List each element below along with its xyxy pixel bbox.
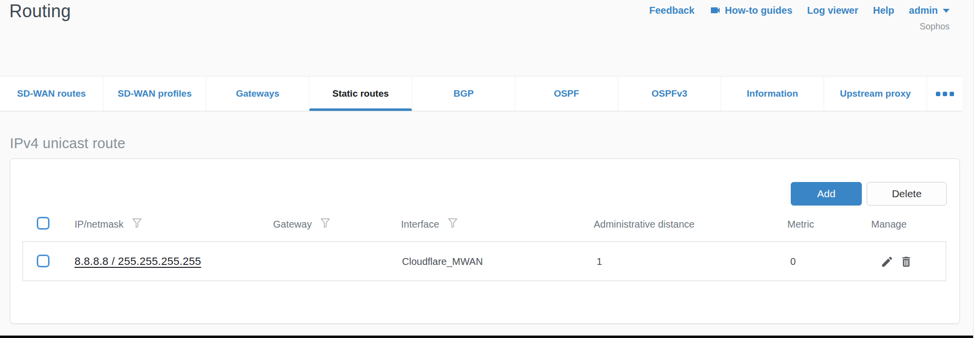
user-menu[interactable]: admin [909, 5, 950, 16]
ellipsis-icon [936, 92, 940, 96]
tab-bgp[interactable]: BGP [412, 77, 515, 111]
cell-administrative-distance: 1 [597, 255, 602, 268]
howto-guides-link[interactable]: How-to guides [709, 4, 793, 16]
log-viewer-link[interactable]: Log viewer [807, 5, 858, 16]
column-header-interface: Interface [401, 218, 459, 231]
tab-sdwan-profiles[interactable]: SD-WAN profiles [103, 77, 206, 111]
pencil-icon[interactable] [880, 255, 894, 268]
help-link[interactable]: Help [873, 5, 894, 16]
tab-ospfv3[interactable]: OSPFv3 [618, 77, 721, 111]
top-navigation: Feedback How-to guides Log viewer Help a… [649, 4, 950, 16]
brand-label: Sophos [920, 22, 950, 32]
column-header-ip-netmask: IP/netmask [75, 218, 143, 231]
tab-upstream-proxy[interactable]: Upstream proxy [824, 77, 927, 111]
cell-metric: 0 [790, 255, 796, 268]
select-all-checkbox[interactable] [37, 217, 50, 230]
video-camera-icon [709, 4, 721, 16]
trash-icon[interactable] [900, 255, 913, 268]
caret-down-icon [943, 9, 950, 13]
tab-information[interactable]: Information [721, 77, 824, 111]
routing-page: Routing Feedback How-to guides Log viewe… [0, 0, 980, 338]
tab-sdwan-routes[interactable]: SD-WAN routes [0, 77, 103, 111]
tab-ospf[interactable]: OSPF [515, 77, 618, 111]
tab-overflow-button[interactable] [927, 77, 962, 111]
feedback-link[interactable]: Feedback [649, 5, 694, 16]
funnel-icon[interactable] [131, 217, 143, 232]
tab-gateways[interactable]: Gateways [206, 77, 309, 111]
column-header-gateway: Gateway [273, 218, 331, 231]
column-header-manage: Manage [871, 218, 906, 231]
window-bottom-edge [0, 336, 973, 338]
row-checkbox[interactable] [37, 255, 50, 267]
delete-button[interactable]: Delete [867, 182, 947, 206]
cell-interface: Cloudflare_MWAN [402, 255, 483, 268]
column-header-metric: Metric [787, 218, 814, 231]
cell-manage [880, 255, 913, 268]
route-link[interactable]: 8.8.8.8 / 255.255.255.255 [75, 255, 201, 268]
funnel-icon[interactable] [447, 217, 459, 232]
column-header-administrative-distance: Administrative distance [594, 218, 695, 231]
funnel-icon[interactable] [319, 217, 331, 232]
routing-tabbar: SD-WAN routes SD-WAN profiles Gateways S… [0, 76, 962, 111]
section-heading: IPv4 unicast route [10, 135, 126, 152]
scrollbar-gutter[interactable] [973, 0, 980, 338]
add-button[interactable]: Add [791, 182, 862, 206]
tab-static-routes[interactable]: Static routes [309, 77, 412, 111]
page-title: Routing [9, 1, 71, 22]
cell-ip-netmask: 8.8.8.8 / 255.255.255.255 [75, 255, 201, 268]
